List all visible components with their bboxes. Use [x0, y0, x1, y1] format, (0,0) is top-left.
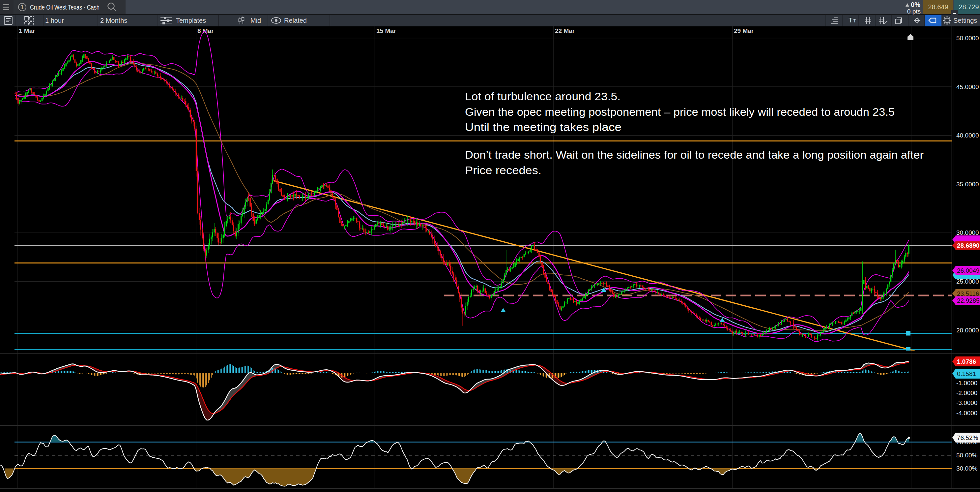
- svg-text:0%: 0%: [911, 1, 920, 8]
- svg-text:20.0000: 20.0000: [956, 327, 979, 334]
- svg-text:Don’t trade short. Wait on the: Don’t trade short. Wait on the sidelines…: [465, 149, 924, 161]
- svg-text:T: T: [848, 16, 853, 24]
- svg-text:-1.0000: -1.0000: [956, 380, 977, 387]
- svg-text:28.6890: 28.6890: [957, 242, 980, 249]
- svg-text:1 Mar: 1 Mar: [19, 27, 35, 34]
- svg-text:Related: Related: [284, 17, 307, 24]
- svg-text:2 Months: 2 Months: [100, 17, 127, 24]
- svg-text:0.1581: 0.1581: [957, 370, 976, 377]
- svg-text:26.0049: 26.0049: [957, 267, 980, 274]
- svg-text:40.0000: 40.0000: [956, 132, 979, 139]
- svg-text:50.00%: 50.00%: [956, 452, 978, 459]
- svg-text:30.0000: 30.0000: [956, 229, 979, 236]
- svg-text:Settings: Settings: [953, 17, 977, 24]
- svg-text:1: 1: [21, 4, 24, 11]
- svg-text:22 Mar: 22 Mar: [555, 27, 575, 34]
- svg-text:29 Mar: 29 Mar: [734, 27, 754, 34]
- svg-text:23.5116: 23.5116: [957, 290, 979, 297]
- svg-text:Price recedes.: Price recedes.: [465, 164, 541, 176]
- svg-text:Until the meeting takes place: Until the meeting takes place: [465, 121, 622, 133]
- svg-text:-2.0000: -2.0000: [956, 390, 977, 396]
- svg-text:1 hour: 1 hour: [45, 17, 64, 24]
- svg-text:-4.0000: -4.0000: [956, 410, 977, 417]
- svg-text:50.0000: 50.0000: [956, 35, 979, 42]
- svg-text:T: T: [853, 18, 856, 23]
- svg-text:8 Mar: 8 Mar: [197, 27, 214, 34]
- svg-text:Given the opec meeting postpon: Given the opec meeting postponement – pr…: [465, 105, 895, 118]
- svg-text:Mid: Mid: [250, 17, 261, 24]
- svg-text:15 Mar: 15 Mar: [376, 27, 396, 34]
- svg-text:28.729: 28.729: [959, 3, 979, 11]
- svg-text:45.0000: 45.0000: [956, 83, 979, 90]
- svg-text:1.0786: 1.0786: [957, 358, 976, 365]
- svg-text:30.00%: 30.00%: [956, 465, 978, 472]
- svg-text:0 pts: 0 pts: [907, 8, 921, 15]
- svg-text:Templates: Templates: [176, 17, 206, 24]
- svg-text:-3.0000: -3.0000: [956, 399, 977, 406]
- svg-text:28.649: 28.649: [928, 3, 948, 11]
- svg-text:Crude Oil West Texas - Cash: Crude Oil West Texas - Cash: [30, 4, 100, 11]
- svg-text:22.9285: 22.9285: [957, 297, 980, 304]
- svg-text:Lot of turbulence around 23.5: Lot of turbulence around 23.5.: [465, 90, 620, 102]
- svg-text:76.52%: 76.52%: [957, 434, 978, 441]
- svg-text:35.0000: 35.0000: [956, 181, 979, 188]
